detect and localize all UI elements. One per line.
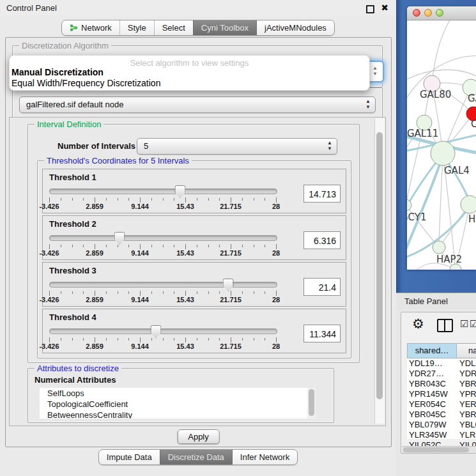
slider-track[interactable] [49, 282, 277, 288]
checkbox-icon[interactable]: ☑ [460, 318, 468, 330]
dropdown-option-equal-width[interactable]: Equal Width/Frequency Discretization [12, 78, 160, 88]
cell-name[interactable]: YBR0 [457, 379, 476, 389]
slider-tick-labels: -3.4262.8599.14415.4321.71528 [49, 249, 276, 257]
scrollbar-thumb[interactable] [309, 389, 314, 416]
cell-shared-name[interactable]: YBL079W [407, 420, 457, 430]
algorithm-dropdown-popup: Select algorithm to view settings Manual… [9, 55, 370, 91]
control-panel-window: Control Panel ✖ Network Style Select [0, 0, 396, 476]
node-label: HAP2 [436, 254, 462, 265]
threshold-value-field[interactable]: 14.713 [303, 185, 341, 203]
node-label: GAL80 [420, 89, 451, 100]
network-canvas[interactable]: GAL80GACGAL11GAL4GCY1HHAP2 [407, 20, 476, 270]
slider-thumb[interactable] [223, 279, 234, 291]
close-panel-icon[interactable]: ✖ [381, 3, 388, 13]
number-of-intervals-value: 5 [144, 141, 148, 151]
threshold-panel: Threshold 2-3.4262.8599.14415.4321.71528… [42, 215, 346, 260]
tab-discretize-data-label: Discretize Data [168, 452, 224, 462]
table-row[interactable]: YDL19…YDL1 [407, 358, 476, 369]
table-row[interactable]: YBR045CYBR0 [407, 410, 476, 420]
split-table-icon[interactable] [437, 319, 453, 332]
table-row[interactable]: YDR27…YDR2 [407, 369, 476, 379]
tab-jactivemnodules[interactable]: jActiveMNodules [256, 20, 334, 35]
attribute-list-item[interactable]: TopologicalCoefficient [40, 399, 316, 410]
combo-spinner-icon: ▲▼ [365, 98, 371, 110]
threshold-slider[interactable] [49, 188, 276, 194]
tab-select[interactable]: Select [154, 20, 193, 35]
slider-thumb[interactable] [174, 185, 185, 198]
threshold-slider[interactable] [49, 328, 276, 334]
slider-track[interactable] [49, 188, 277, 194]
gear-icon[interactable]: ⚙ [412, 316, 424, 332]
network-node[interactable] [461, 196, 476, 213]
cell-name[interactable]: YLR3 [457, 430, 476, 440]
slider-thumb[interactable] [150, 325, 161, 338]
tab-discretize-data[interactable]: Discretize Data [160, 450, 232, 464]
cell-shared-name[interactable]: YBR045C [407, 410, 457, 420]
zoom-traffic-light[interactable] [436, 9, 443, 17]
tab-style-label: Style [128, 23, 146, 33]
attribute-list-item[interactable]: BetweennessCentrality [40, 410, 316, 418]
tab-infer-network[interactable]: Infer Network [232, 450, 297, 464]
tab-network[interactable]: Network [62, 20, 119, 35]
cell-name[interactable]: YDL1 [457, 358, 476, 369]
table-row[interactable]: YLR345WYLR3 [407, 430, 476, 440]
discretization-algorithm-group-label: Discretization Algorithm [19, 41, 111, 50]
tab-impute-data[interactable]: Impute Data [99, 450, 160, 464]
table-row[interactable]: YBR043CYBR0 [407, 379, 476, 389]
threshold-value-field[interactable]: 11.344 [303, 325, 341, 342]
application-root: Control Panel ✖ Network Style Select [0, 0, 476, 476]
thresholds-group: Threshold's Coordinates for 5 Intervals … [37, 160, 351, 358]
dropdown-option-manual[interactable]: Manual Discretization [12, 67, 104, 77]
cell-shared-name[interactable]: YDL19… [407, 358, 457, 369]
column-header-shared-name[interactable]: shared… [407, 343, 457, 358]
cell-shared-name[interactable]: YLR345W [407, 430, 457, 440]
table-data-combo[interactable]: galFiltered.sif default node ▲▼ [19, 96, 376, 113]
float-window-icon[interactable] [366, 5, 374, 13]
horizontal-scrollbar[interactable] [402, 446, 476, 453]
control-panel-titlebar: Control Panel ✖ [0, 0, 396, 15]
table-panel-titlebar: Table Panel [396, 293, 476, 310]
scrollbar-thumb[interactable] [403, 447, 469, 452]
cell-name[interactable]: YBL0 [457, 420, 476, 430]
tab-style[interactable]: Style [119, 20, 154, 35]
node-attribute-table: shared… na YDL19…YDL1YDR27…YDR2YBR043CYB… [407, 343, 476, 439]
table-panel-title: Table Panel [404, 296, 448, 306]
cell-shared-name[interactable]: YPR145W [407, 389, 457, 399]
slider-tick-labels: -3.4262.8599.14415.4321.71528 [49, 296, 276, 303]
threshold-slider[interactable] [49, 235, 276, 241]
cell-name[interactable]: YER0 [457, 399, 476, 410]
tab-cyni-toolbox[interactable]: Cyni Toolbox [193, 20, 256, 35]
network-node[interactable] [431, 141, 455, 165]
network-window-titlebar [407, 6, 476, 20]
column-header-name[interactable]: na [457, 343, 476, 358]
tab-infer-network-label: Infer Network [240, 452, 289, 462]
slider-thumb[interactable] [114, 232, 125, 245]
checkbox-icon[interactable]: ☑ [470, 318, 476, 330]
cell-name[interactable]: YPR1 [457, 389, 476, 399]
threshold-slider[interactable] [49, 282, 276, 288]
interval-definition-group-label: Interval Definition [35, 119, 104, 129]
attribute-list-item[interactable]: SelfLoops [40, 388, 316, 399]
numerical-attributes-list[interactable]: SelfLoopsTopologicalCoefficientBetweenne… [40, 388, 316, 418]
minimize-traffic-light[interactable] [424, 9, 432, 17]
table-row[interactable]: YER054CYER0 [407, 399, 476, 410]
slider-track[interactable] [49, 328, 277, 334]
cell-shared-name[interactable]: YBR043C [407, 379, 457, 389]
cell-name[interactable]: YBR0 [457, 410, 476, 420]
vertical-scrollbar[interactable] [374, 118, 385, 424]
number-of-intervals-combo[interactable]: 5 ▲▼ [137, 138, 337, 155]
slider-track[interactable] [49, 235, 277, 241]
apply-button[interactable]: Apply [177, 429, 220, 444]
table-row[interactable]: YPR145WYPR1 [407, 389, 476, 399]
control-panel-title: Control Panel [6, 3, 57, 13]
cell-name[interactable]: YDR2 [457, 369, 476, 379]
cell-shared-name[interactable]: YER054C [407, 399, 457, 410]
table-row[interactable]: YBL079WYBL0 [407, 420, 476, 430]
scrollbar-thumb[interactable] [376, 132, 383, 399]
cell-shared-name[interactable]: YDR27… [407, 369, 457, 379]
attributes-list-scrollbar[interactable] [307, 388, 316, 418]
threshold-value-field[interactable]: 21.4 [303, 278, 341, 296]
close-traffic-light[interactable] [413, 9, 420, 17]
network-node[interactable] [433, 241, 445, 254]
threshold-value-field[interactable]: 6.316 [303, 231, 341, 249]
